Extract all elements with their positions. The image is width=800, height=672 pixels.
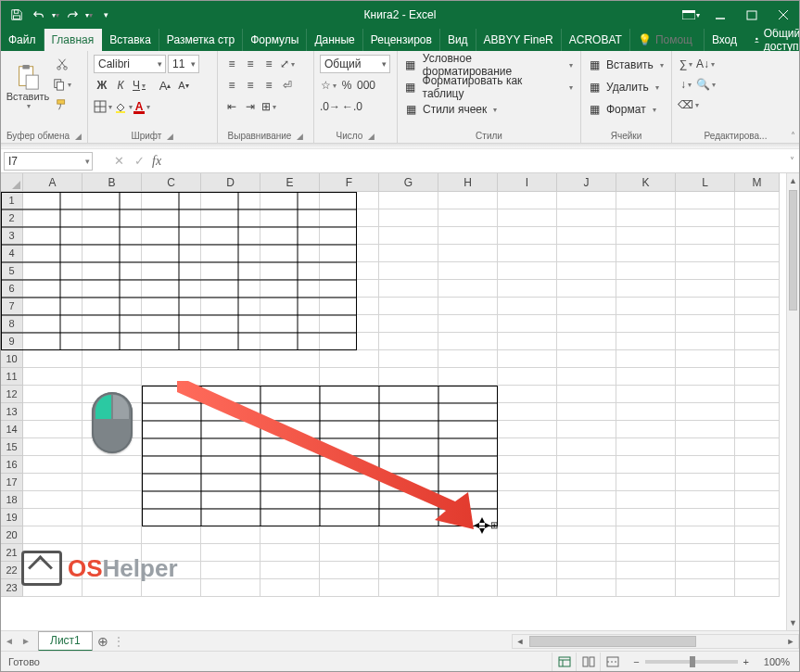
cell[interactable] xyxy=(557,315,616,333)
cell[interactable] xyxy=(498,438,557,456)
view-pagelayout-icon[interactable] xyxy=(576,653,600,671)
cell[interactable] xyxy=(142,438,201,456)
column-header[interactable]: M xyxy=(735,173,780,192)
row-header[interactable]: 20 xyxy=(1,526,23,544)
tab-view[interactable]: Вид xyxy=(440,29,476,51)
horizontal-scrollbar[interactable]: ◄ ► xyxy=(512,634,799,649)
column-header[interactable]: D xyxy=(201,173,260,192)
vertical-scrollbar[interactable]: ▲ ▼ xyxy=(786,173,799,630)
cell[interactable] xyxy=(142,245,201,262)
cell[interactable] xyxy=(557,333,616,350)
cell[interactable] xyxy=(676,262,735,280)
cell[interactable] xyxy=(142,298,201,315)
tab-abbyy[interactable]: ABBYY FineR xyxy=(476,29,562,51)
cell[interactable] xyxy=(320,456,379,474)
cell[interactable] xyxy=(201,192,260,209)
ribbon-display-options-icon[interactable]: ▾ xyxy=(677,1,705,29)
tab-scroll-split[interactable]: ⋮ xyxy=(113,635,121,648)
cell[interactable] xyxy=(557,227,616,245)
cell[interactable] xyxy=(498,227,557,245)
column-header[interactable]: F xyxy=(320,173,379,192)
font-size-combo[interactable]: 11 xyxy=(168,55,199,73)
cell[interactable] xyxy=(260,403,320,421)
cell[interactable] xyxy=(616,386,676,403)
cell[interactable] xyxy=(498,544,557,562)
cell[interactable] xyxy=(23,315,83,333)
cell[interactable] xyxy=(616,562,676,579)
row-header[interactable]: 13 xyxy=(1,403,23,421)
share-button[interactable]: Общий доступ xyxy=(744,29,800,51)
row-header[interactable]: 15 xyxy=(1,438,23,456)
cell[interactable] xyxy=(23,368,83,386)
enter-formula-icon[interactable]: ✓ xyxy=(130,154,148,168)
undo-icon[interactable] xyxy=(29,5,49,25)
vscroll-thumb[interactable] xyxy=(789,190,797,311)
cell[interactable] xyxy=(320,350,379,368)
cell[interactable] xyxy=(379,456,438,474)
cell[interactable] xyxy=(201,209,260,227)
cell[interactable] xyxy=(23,456,83,474)
cell[interactable] xyxy=(557,474,616,491)
column-header[interactable]: A xyxy=(23,173,83,192)
cell[interactable] xyxy=(23,209,83,227)
insert-cells-button[interactable]: ▦Вставить▾ xyxy=(587,55,666,75)
column-header[interactable]: G xyxy=(379,173,438,192)
cell[interactable] xyxy=(23,280,83,298)
wrap-text-icon[interactable]: ⏎ xyxy=(279,76,296,95)
cell[interactable] xyxy=(616,333,676,350)
cell[interactable] xyxy=(201,509,260,526)
cell[interactable] xyxy=(438,227,498,245)
cell[interactable] xyxy=(438,350,498,368)
decrease-decimal-icon[interactable]: ←.0 xyxy=(342,97,362,116)
cell[interactable] xyxy=(83,262,142,280)
cell[interactable] xyxy=(83,526,142,544)
cell[interactable] xyxy=(260,509,320,526)
align-middle-icon[interactable]: ≡ xyxy=(242,55,259,73)
cell[interactable] xyxy=(438,544,498,562)
cell[interactable] xyxy=(735,209,780,227)
redo-icon[interactable] xyxy=(62,5,83,25)
select-all-corner[interactable] xyxy=(1,173,23,192)
cell[interactable] xyxy=(438,245,498,262)
conditional-formatting-button[interactable]: ▦Условное форматирование▾ xyxy=(403,55,575,75)
cell[interactable] xyxy=(735,491,780,509)
autosum-icon[interactable]: ∑▾ xyxy=(678,55,694,73)
cell[interactable] xyxy=(438,474,498,491)
zoom-out-icon[interactable]: − xyxy=(633,656,639,667)
cell[interactable] xyxy=(379,491,438,509)
cell[interactable] xyxy=(676,562,735,579)
cell[interactable] xyxy=(83,227,142,245)
customize-qat-icon[interactable]: ▾ xyxy=(95,5,116,25)
merge-center-icon[interactable]: ⊞▾ xyxy=(260,97,277,116)
cell[interactable] xyxy=(260,227,320,245)
tab-review[interactable]: Рецензиров xyxy=(363,29,440,51)
cell[interactable] xyxy=(379,315,438,333)
fill-color-icon[interactable]: ▾ xyxy=(114,97,133,116)
cell[interactable] xyxy=(438,421,498,438)
zoom-in-icon[interactable]: + xyxy=(743,656,749,667)
cell[interactable] xyxy=(616,368,676,386)
cell[interactable] xyxy=(616,456,676,474)
cell[interactable] xyxy=(201,227,260,245)
cell[interactable] xyxy=(438,491,498,509)
cell[interactable] xyxy=(379,562,438,579)
format-as-table-button[interactable]: ▦Форматировать как таблицу▾ xyxy=(403,77,575,97)
cell[interactable] xyxy=(201,350,260,368)
cell[interactable] xyxy=(142,262,201,280)
close-button[interactable] xyxy=(768,1,799,29)
cell[interactable] xyxy=(498,192,557,209)
cell[interactable] xyxy=(616,403,676,421)
cell[interactable] xyxy=(735,474,780,491)
cell[interactable] xyxy=(320,562,379,579)
cell[interactable] xyxy=(142,368,201,386)
cell[interactable] xyxy=(379,262,438,280)
row-header[interactable]: 2 xyxy=(1,209,23,227)
cell[interactable] xyxy=(142,192,201,209)
cell[interactable] xyxy=(735,298,780,315)
scroll-right-icon[interactable]: ► xyxy=(783,637,798,646)
cell[interactable] xyxy=(379,438,438,456)
cell[interactable] xyxy=(438,192,498,209)
cell[interactable] xyxy=(201,368,260,386)
grow-font-icon[interactable]: A▴ xyxy=(157,76,173,95)
cell[interactable] xyxy=(676,526,735,544)
